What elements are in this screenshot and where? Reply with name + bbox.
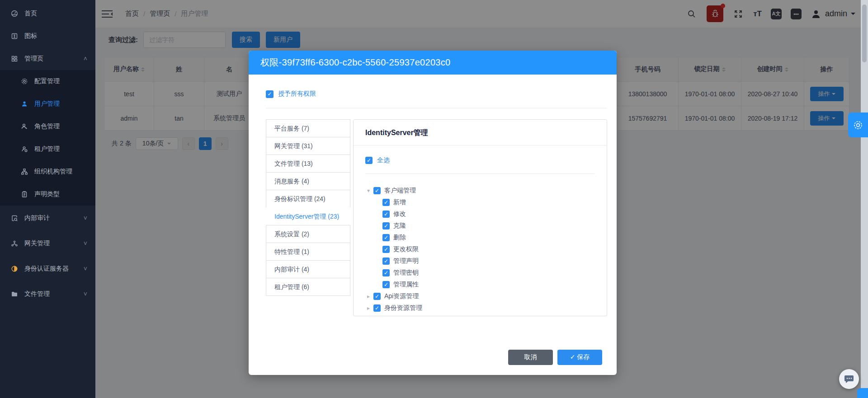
- sidebar-item-label: 用户管理: [34, 100, 60, 108]
- role-icon: [21, 123, 28, 130]
- check-icon: ✓: [570, 353, 576, 361]
- category-audit[interactable]: 内部审计 (4): [266, 260, 350, 278]
- sidebar-item-label: 身份认证服务器: [24, 265, 69, 273]
- org-icon: [21, 168, 28, 175]
- audit-icon: [11, 215, 18, 222]
- modal-header: 权限-39f73ff6-6300-c2bc-5560-25937e0203c0: [249, 51, 617, 75]
- category-messages[interactable]: 消息服务 (4): [266, 172, 350, 190]
- cancel-button[interactable]: 取消: [508, 350, 553, 365]
- caret-expanded-icon[interactable]: ▾: [365, 187, 372, 194]
- checkbox-checked[interactable]: ✓: [382, 246, 390, 253]
- chevron-down-icon: ˅: [84, 290, 87, 298]
- tree-node-delete: ✓ 删除: [365, 232, 595, 243]
- sidebar-item-identity-server[interactable]: 身份认证服务器 ˅: [0, 256, 95, 281]
- tree-node-label: 克隆: [393, 222, 406, 230]
- category-features[interactable]: 特性管理 (1): [266, 243, 350, 261]
- caret-collapsed-icon[interactable]: ▸: [365, 293, 372, 300]
- checkbox-checked[interactable]: ✓: [266, 90, 274, 98]
- checkbox-checked[interactable]: ✓: [382, 222, 390, 229]
- chat-bubble-icon: [844, 374, 854, 384]
- sidebar-item-files[interactable]: 文件管理 ˅: [0, 281, 95, 307]
- chevron-down-icon: ˅: [84, 240, 87, 247]
- sidebar-item-roles[interactable]: 角色管理: [0, 115, 95, 138]
- category-platform[interactable]: 平台服务 (7): [266, 119, 350, 137]
- tree-node-label: 删除: [393, 234, 406, 242]
- chat-widget-button[interactable]: [839, 369, 859, 389]
- sidebar-item-organizations[interactable]: 组织机构管理: [0, 160, 95, 183]
- grant-all-row[interactable]: ✓ 授予所有权限: [266, 90, 607, 98]
- sidebar-item-config[interactable]: 配置管理: [0, 70, 95, 93]
- checkbox-checked[interactable]: ✓: [373, 293, 381, 300]
- grid-icon: [11, 55, 18, 62]
- category-files[interactable]: 文件管理 (13): [266, 155, 350, 173]
- tree-node-properties: ✓ 管理属性: [365, 279, 595, 290]
- permissions-modal: 权限-39f73ff6-6300-c2bc-5560-25937e0203c0 …: [249, 51, 617, 375]
- gear-icon: [21, 78, 28, 85]
- theme-settings-button[interactable]: [848, 112, 868, 137]
- sidebar-item-label: 管理页: [24, 55, 43, 63]
- tree-node-claims: ✓ 管理声明: [365, 255, 595, 267]
- tenant-icon: [21, 145, 28, 153]
- chevron-up-icon: ˄: [84, 55, 87, 62]
- checkbox-checked[interactable]: ✓: [382, 199, 390, 206]
- caret-collapsed-icon[interactable]: ▸: [365, 305, 372, 311]
- sidebar-item-tenants[interactable]: 租户管理: [0, 138, 95, 160]
- category-tenants[interactable]: 租户管理 (6): [266, 278, 350, 296]
- category-settings[interactable]: 系统设置 (2): [266, 225, 350, 243]
- sidebar-item-label: 配置管理: [34, 77, 60, 85]
- select-all-row[interactable]: ✓ 全选: [365, 156, 595, 164]
- scrollbar-track[interactable]: [861, 0, 868, 398]
- sidebar-item-label: 图标: [24, 32, 37, 40]
- sidebar-item-icons[interactable]: 图标: [0, 25, 95, 47]
- checkbox-checked[interactable]: ✓: [382, 211, 390, 218]
- sidebar-item-gateway[interactable]: 网关管理 ˅: [0, 231, 95, 256]
- tree-node-clients: ▾ ✓ 客户端管理: [365, 185, 595, 197]
- tree-node-permissions: ✓ 更改权限: [365, 243, 595, 255]
- checkbox-checked[interactable]: ✓: [373, 187, 381, 194]
- sidebar-submenu: 配置管理 用户管理 角色管理 租户管理 组织机构管理 声明类型: [0, 70, 95, 206]
- checkbox-checked[interactable]: ✓: [382, 281, 390, 288]
- sidebar-item-home[interactable]: 首页: [0, 2, 95, 25]
- tree-node-label: 管理声明: [393, 257, 419, 265]
- icons-icon: [11, 33, 18, 40]
- claim-icon: [21, 191, 28, 198]
- sidebar-item-label: 文件管理: [24, 290, 50, 298]
- checkbox-checked[interactable]: ✓: [382, 269, 390, 276]
- tree-node-add: ✓ 新增: [365, 197, 595, 208]
- user-icon: [21, 100, 28, 108]
- sidebar-item-audit[interactable]: 内部审计 ˅: [0, 206, 95, 231]
- sidebar-item-claim-types[interactable]: 声明类型: [0, 183, 95, 206]
- dashboard-icon: [11, 10, 18, 17]
- panel-title: IdentityServer管理: [354, 120, 607, 145]
- checkbox-checked[interactable]: ✓: [382, 234, 390, 241]
- tree-node-label: Api资源管理: [384, 292, 419, 300]
- sidebar-item-label: 首页: [24, 9, 37, 18]
- sidebar-item-label: 网关管理: [24, 239, 50, 248]
- gear-icon: [853, 120, 863, 131]
- category-identity[interactable]: 身份标识管理 (24): [266, 190, 350, 208]
- tree-node-label: 客户端管理: [384, 187, 416, 195]
- select-all-label: 全选: [377, 156, 390, 164]
- chevron-down-icon: ˅: [84, 265, 87, 272]
- sidebar-item-label: 角色管理: [34, 122, 60, 131]
- tree-node-api-resources: ▸ ✓ Api资源管理: [365, 290, 595, 302]
- category-identityserver[interactable]: IdentityServer管理 (23): [266, 207, 350, 225]
- checkbox-checked[interactable]: ✓: [365, 157, 373, 164]
- save-button[interactable]: ✓ 保存: [557, 350, 602, 365]
- permission-tree: ▾ ✓ 客户端管理 ✓ 新增 ✓ 修改 ✓: [365, 185, 595, 314]
- tree-node-secrets: ✓ 管理密钥: [365, 267, 595, 279]
- tree-node-label: 管理属性: [393, 281, 419, 289]
- sidebar-item-users[interactable]: 用户管理: [0, 93, 95, 115]
- scrollbar-thumb[interactable]: [862, 5, 867, 62]
- tree-node-label: 新增: [393, 198, 406, 206]
- identity-server-icon: [11, 265, 18, 272]
- permission-panel: IdentityServer管理 ✓ 全选 ▾ ✓ 客户端管理: [353, 119, 607, 316]
- tree-node-clone: ✓ 克隆: [365, 220, 595, 232]
- chevron-down-icon: ˅: [84, 215, 87, 222]
- corner-badge: [857, 388, 868, 398]
- checkbox-checked[interactable]: ✓: [373, 304, 381, 312]
- category-gateway[interactable]: 网关管理 (31): [266, 137, 350, 155]
- divider: [365, 173, 595, 174]
- checkbox-checked[interactable]: ✓: [382, 258, 390, 265]
- sidebar-item-admin-pages[interactable]: 管理页 ˄: [0, 47, 95, 70]
